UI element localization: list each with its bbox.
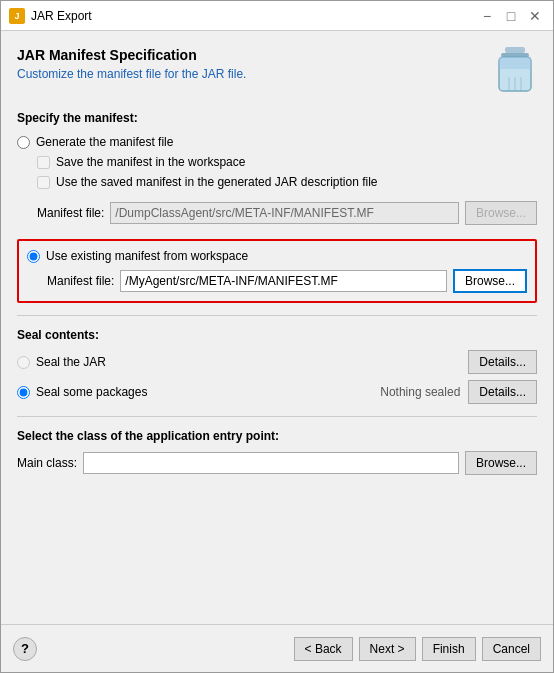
use-saved-checkbox[interactable] — [37, 176, 50, 189]
main-class-label: Main class: — [17, 456, 77, 470]
seal-jar-row: Seal the JAR Details... — [17, 350, 537, 374]
help-button[interactable]: ? — [13, 637, 37, 661]
save-workspace-label: Save the manifest in the workspace — [56, 155, 245, 169]
seal-jar-label: Seal the JAR — [36, 355, 106, 369]
title-bar-controls: − □ ✕ — [477, 6, 545, 26]
svg-rect-0 — [505, 47, 525, 53]
generate-manifest-file-row: Manifest file: Browse... — [37, 201, 537, 225]
header-area: JAR Manifest Specification Customize the… — [17, 47, 537, 97]
seal-section: Seal contents: Seal the JAR Details... S… — [17, 328, 537, 404]
seal-jar-details-button[interactable]: Details... — [468, 350, 537, 374]
existing-manifest-file-input[interactable] — [120, 270, 447, 292]
page-subtitle: Customize the manifest file for the JAR … — [17, 67, 493, 81]
manifest-radio-group: Generate the manifest file Save the mani… — [17, 135, 537, 303]
jar-icon: J — [9, 8, 25, 24]
seal-packages-radio[interactable] — [17, 386, 30, 399]
window-title: JAR Export — [31, 9, 92, 23]
save-workspace-checkbox-item[interactable]: Save the manifest in the workspace — [37, 155, 537, 169]
divider-1 — [17, 315, 537, 316]
title-bar: J JAR Export − □ ✕ — [1, 1, 553, 31]
seal-contents-title: Seal contents: — [17, 328, 537, 342]
seal-packages-row: Seal some packages Nothing sealed Detail… — [17, 380, 537, 404]
use-saved-label: Use the saved manifest in the generated … — [56, 175, 378, 189]
seal-packages-left: Seal some packages — [17, 385, 147, 399]
generate-manifest-file-label: Manifest file: — [37, 206, 104, 220]
seal-packages-label: Seal some packages — [36, 385, 147, 399]
seal-jar-radio[interactable] — [17, 356, 30, 369]
existing-manifest-browse-button[interactable]: Browse... — [453, 269, 527, 293]
svg-rect-3 — [499, 57, 531, 69]
generate-manifest-browse-button[interactable]: Browse... — [465, 201, 537, 225]
header-text: JAR Manifest Specification Customize the… — [17, 47, 493, 95]
entry-point-browse-button[interactable]: Browse... — [465, 451, 537, 475]
title-bar-left: J JAR Export — [9, 8, 92, 24]
maximize-button[interactable]: □ — [501, 6, 521, 26]
existing-manifest-radio-item[interactable]: Use existing manifest from workspace — [27, 249, 527, 263]
seal-jar-left: Seal the JAR — [17, 355, 106, 369]
entry-point-row: Main class: Browse... — [17, 451, 537, 475]
save-workspace-checkbox[interactable] — [37, 156, 50, 169]
generate-manifest-file-input[interactable] — [110, 202, 459, 224]
jar-graphic-icon — [493, 47, 537, 97]
nothing-sealed-text: Nothing sealed — [380, 385, 460, 399]
use-saved-checkbox-item[interactable]: Use the saved manifest in the generated … — [37, 175, 537, 189]
existing-manifest-box: Use existing manifest from workspace Man… — [17, 239, 537, 303]
minimize-button[interactable]: − — [477, 6, 497, 26]
generate-manifest-radio[interactable] — [17, 136, 30, 149]
specify-manifest-label: Specify the manifest: — [17, 111, 537, 125]
generate-manifest-label: Generate the manifest file — [36, 135, 173, 149]
jar-export-window: J JAR Export − □ ✕ JAR Manifest Specific… — [0, 0, 554, 673]
back-button[interactable]: < Back — [294, 637, 353, 661]
seal-packages-details-button[interactable]: Details... — [468, 380, 537, 404]
entry-point-title: Select the class of the application entr… — [17, 429, 537, 443]
main-class-input[interactable] — [83, 452, 459, 474]
content-area: JAR Manifest Specification Customize the… — [1, 31, 553, 624]
cancel-button[interactable]: Cancel — [482, 637, 541, 661]
page-title: JAR Manifest Specification — [17, 47, 493, 63]
generate-manifest-radio-item[interactable]: Generate the manifest file — [17, 135, 537, 149]
entry-point-section: Select the class of the application entr… — [17, 429, 537, 475]
bottom-bar: ? < Back Next > Finish Cancel — [1, 624, 553, 672]
bottom-right-buttons: < Back Next > Finish Cancel — [294, 637, 541, 661]
close-button[interactable]: ✕ — [525, 6, 545, 26]
existing-manifest-file-row: Manifest file: Browse... — [47, 269, 527, 293]
next-button[interactable]: Next > — [359, 637, 416, 661]
existing-manifest-label: Use existing manifest from workspace — [46, 249, 248, 263]
finish-button[interactable]: Finish — [422, 637, 476, 661]
divider-2 — [17, 416, 537, 417]
existing-manifest-file-label: Manifest file: — [47, 274, 114, 288]
existing-manifest-radio[interactable] — [27, 250, 40, 263]
